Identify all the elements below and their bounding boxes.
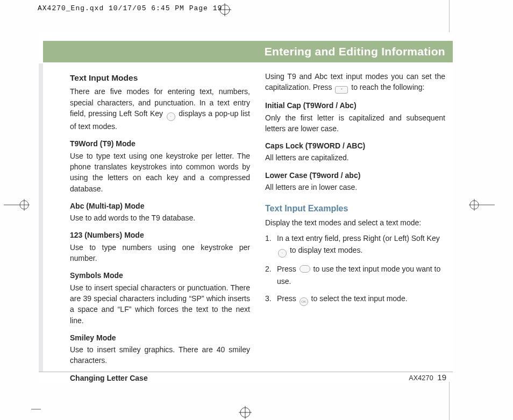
content-columns: Text Input Modes There are five modes fo… [70, 71, 445, 362]
heading-symbols-mode: Symbols Mode [70, 270, 250, 281]
register-mark-left-icon [4, 197, 15, 208]
left-softkey-icon: · [167, 112, 175, 121]
desc-lower-case: All letters are in lower case. [265, 182, 445, 193]
crop-mark-icon [218, 3, 229, 14]
desc-symbols: Use to insert special characters or punc… [70, 282, 250, 326]
right-softkey-icon: · [278, 249, 287, 258]
page-title: Entering and Editing Information [265, 45, 445, 58]
crop-mark-bl-icon [31, 406, 42, 417]
slug-line: AX4270_Eng.qxd 10/17/05 6:45 PM Page 19 [38, 4, 222, 12]
desc-initial-cap: Only the first letter is capitalized and… [265, 112, 445, 134]
intro-paragraph: There are five modes for entering text, … [70, 86, 250, 132]
heading-abc-mode: Abc (Multi-tap) Mode [70, 201, 250, 211]
heading-initial-cap: Initial Cap (T9Word / Abc) [265, 100, 445, 111]
caps-intro: Using T9 and Abc text input modes you ca… [265, 71, 445, 94]
page-footer: AX4270 19 [409, 373, 446, 382]
steps-list: 1. In a text entry field, press Right (o… [265, 232, 445, 306]
heading-t9word-mode: T9Word (T9) Mode [70, 138, 250, 149]
step-1: 1. In a text entry field, press Right (o… [265, 232, 445, 258]
heading-changing-letter-case: Changing Letter Case [70, 373, 250, 383]
desc-caps-lock: All letters are capitalized. [265, 152, 445, 163]
step-3: 3. Press OK to select the text input mod… [265, 293, 445, 306]
heading-text-input-modes: Text Input Modes [70, 72, 250, 84]
heading-123-mode: 123 (Numbers) Mode [70, 230, 250, 240]
heading-caps-lock: Caps Lock (T9WORD / ABC) [265, 140, 445, 151]
side-strip [39, 63, 43, 372]
ok-key-icon: OK [300, 297, 308, 306]
step-2: 2. Press to use the text input mode you … [265, 263, 445, 287]
desc-123: Use to type numbers using one keystroke … [70, 242, 250, 264]
examples-lead: Display the text modes and select a text… [265, 217, 445, 228]
model-number: AX4270 [409, 374, 433, 382]
nav-key-icon [300, 265, 310, 273]
crop-mark-bc-icon [239, 406, 250, 417]
desc-abc: Use to add words to the T9 database. [70, 212, 250, 223]
heading-smiley-mode: Smiley Mode [70, 332, 250, 343]
register-mark-right-icon [469, 197, 480, 208]
page-body: Entering and Editing Information Text In… [39, 32, 453, 382]
header-bar: Entering and Editing Information [43, 41, 453, 62]
star-key-icon: * [335, 86, 348, 94]
column-left: Text Input Modes There are five modes fo… [70, 71, 250, 362]
desc-smiley: Use to insert smiley graphics. There are… [70, 344, 250, 366]
page-number: 19 [437, 373, 446, 382]
column-right: Using T9 and Abc text input modes you ca… [265, 71, 445, 362]
heading-lower-case: Lower Case (T9word / abc) [265, 170, 445, 181]
heading-text-input-examples: Text Input Examples [265, 202, 445, 215]
desc-t9word: Use to type text using one keystroke per… [70, 151, 250, 194]
